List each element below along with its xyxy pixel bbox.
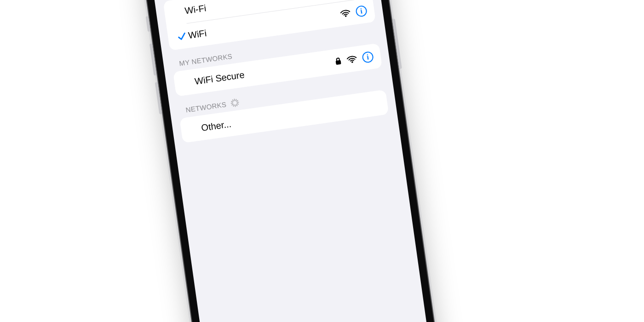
svg-rect-7 [336, 60, 341, 65]
lock-icon [334, 57, 342, 66]
volume-down-button [155, 82, 162, 114]
networks-header-label: NETWORKS [185, 100, 227, 114]
info-icon[interactable]: i [355, 5, 368, 17]
checkmark-icon [177, 31, 187, 42]
volume-up-button [150, 43, 157, 75]
side-button [392, 18, 402, 69]
iphone-device-frame: 9:41 [139, 0, 440, 322]
screen: 9:41 [148, 0, 432, 322]
wifi-signal-icon [340, 9, 351, 18]
spinner-icon [230, 98, 240, 107]
mute-switch [146, 16, 151, 32]
info-icon[interactable]: i [362, 51, 374, 63]
wifi-signal-icon [346, 55, 357, 64]
